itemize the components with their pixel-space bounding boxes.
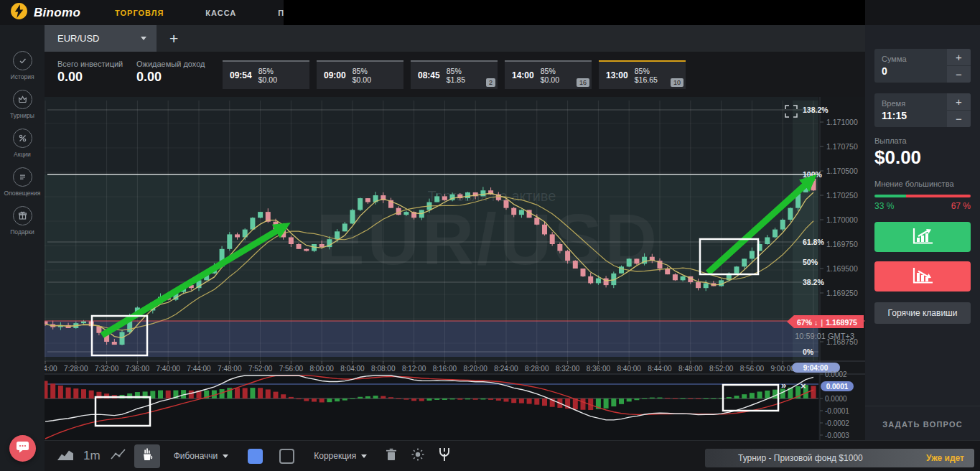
hotkeys-button[interactable]: Горячие клавиши <box>874 302 971 324</box>
svg-text:8:08:00: 8:08:00 <box>371 365 396 373</box>
time-decrease-button[interactable]: − <box>947 110 971 127</box>
time-increase-button[interactable]: + <box>947 93 971 110</box>
card-percent: 85% <box>447 67 465 75</box>
promotions-icon <box>13 129 32 148</box>
svg-text:7:32:00: 7:32:00 <box>95 365 119 373</box>
svg-text:1.169250: 1.169250 <box>826 289 858 297</box>
card-amount: $0.00 <box>541 75 559 84</box>
card-percent: 85% <box>635 67 658 75</box>
brightness-button[interactable] <box>407 445 429 467</box>
card-percent: 85% <box>258 67 277 75</box>
line-chart-type-button[interactable] <box>108 445 129 467</box>
card-amount: $16.65 <box>635 75 658 84</box>
delete-drawing-button[interactable] <box>381 445 402 467</box>
svg-text:1.169500: 1.169500 <box>826 264 858 273</box>
stats-row: Всего инвестиций 0.00 Ожидаемый доход 0.… <box>45 52 865 97</box>
ask-question-link[interactable]: ЗАДАТЬ ВОПРОС <box>882 420 963 429</box>
time-input-box: Время 11:15 + − <box>874 93 971 127</box>
left-sidebar: История Турниры Акции Оповещения Подарки <box>0 25 45 471</box>
chart-up-icon <box>912 228 933 247</box>
drawing-tools-button[interactable] <box>134 444 160 468</box>
trade-card-selected[interactable]: 13:00 85%$16.65 10 <box>599 60 686 89</box>
svg-text:-0.0002: -0.0002 <box>825 419 849 427</box>
timeframe-button[interactable]: 1m <box>81 449 103 463</box>
trade-cards: 09:54 85%$0.00 09:00 85%$0.00 08:45 85%$… <box>223 60 686 89</box>
svg-text:EUR/USD: EUR/USD <box>317 199 660 279</box>
sidebar-item-gifts[interactable]: Подарки <box>0 206 45 236</box>
add-asset-button[interactable]: + <box>169 31 178 46</box>
svg-text:8:04:00: 8:04:00 <box>340 365 365 373</box>
sidebar-item-promotions[interactable]: Акции <box>0 129 45 158</box>
asset-selector[interactable]: EUR/USD <box>45 25 157 52</box>
amount-input[interactable]: Сумма 0 <box>874 49 947 83</box>
nav-item-cashier[interactable]: КАССА <box>205 9 236 17</box>
correction-dropdown[interactable]: Коррекция <box>305 451 375 461</box>
chevron-down-icon <box>223 454 228 458</box>
support-chat-button[interactable] <box>9 435 36 462</box>
chart-toolbar: 1m Фибоначчи Коррекция Турнир - Призовой… <box>45 440 980 471</box>
svg-text:138.2%: 138.2% <box>803 106 829 114</box>
svg-text:61.8%: 61.8% <box>803 238 824 246</box>
indicator-settings-icon[interactable]: » <box>781 380 786 391</box>
area-chart-type-button[interactable] <box>55 445 76 467</box>
majority-down-value: 67 % <box>951 201 971 211</box>
svg-text:8:12:00: 8:12:00 <box>402 365 426 373</box>
svg-text:38.2%: 38.2% <box>803 278 824 286</box>
time-label: Время <box>882 99 947 108</box>
amount-label: Сумма <box>882 55 947 63</box>
put-down-button[interactable] <box>874 261 971 292</box>
tournament-banner[interactable]: Турнир - Призовой фонд $1000 Уже идет <box>705 449 974 467</box>
correction-label: Коррекция <box>314 451 356 461</box>
majority-up-bar <box>874 195 906 197</box>
chart-down-icon <box>912 267 933 286</box>
amount-value: 0 <box>882 65 947 77</box>
chevron-down-icon <box>141 37 146 40</box>
trade-card[interactable]: 08:45 85%$1.85 2 <box>411 60 498 89</box>
chart-area: EUR/USDТорговля на активе138.2%100%61.8%… <box>45 97 865 440</box>
area-chart-icon <box>57 448 74 464</box>
card-time: 08:45 <box>418 70 440 80</box>
call-up-button[interactable] <box>874 222 971 252</box>
tournament-status: Уже идет <box>926 453 964 463</box>
amount-increase-button[interactable]: + <box>947 49 971 65</box>
majority-down-bar <box>906 195 971 197</box>
svg-text:1.171000: 1.171000 <box>826 118 858 126</box>
svg-text:67% ↓|1.168975: 67% ↓|1.168975 <box>797 318 857 327</box>
svg-text:9:00:00: 9:00:00 <box>771 365 795 373</box>
svg-text:8:20:00: 8:20:00 <box>464 365 488 373</box>
price-chart-canvas[interactable]: EUR/USDТорговля на активе138.2%100%61.8%… <box>45 97 865 440</box>
amount-decrease-button[interactable]: − <box>947 65 971 83</box>
expiration-input[interactable]: Время 11:15 <box>874 93 947 127</box>
svg-text:0.0000: 0.0000 <box>825 395 847 403</box>
tournament-text: Турнир - Призовой фонд $1000 <box>738 453 863 463</box>
sidebar-item-label: Акции <box>14 151 31 158</box>
trade-card[interactable]: 09:54 85%$0.00 <box>223 60 309 89</box>
indicator-close-icon[interactable]: × <box>801 381 806 391</box>
svg-text:7:40:00: 7:40:00 <box>157 365 181 373</box>
nav-item-trading[interactable]: ТОРГОВЛЯ <box>115 9 164 17</box>
sidebar-item-tournaments[interactable]: Турниры <box>0 90 45 119</box>
svg-text:7:52:00: 7:52:00 <box>248 365 273 373</box>
card-badge: 10 <box>671 78 683 87</box>
stat-value: 0.00 <box>57 70 123 85</box>
color-swatch-filled[interactable] <box>248 449 263 464</box>
pitchfork-tool-button[interactable] <box>434 445 455 467</box>
svg-text:8:28:00: 8:28:00 <box>525 365 549 373</box>
color-swatch-outline[interactable] <box>279 449 294 464</box>
binomo-logo[interactable]: Binomo <box>10 2 80 23</box>
amount-input-box: Сумма 0 + − <box>874 49 971 83</box>
card-time: 09:00 <box>324 70 346 80</box>
stat-value: 0.00 <box>136 70 205 85</box>
svg-text:-0.0001: -0.0001 <box>825 407 849 415</box>
card-percent: 85% <box>353 67 371 75</box>
card-amount: $0.00 <box>258 75 277 84</box>
fibonacci-dropdown[interactable]: Фибоначчи <box>165 451 238 461</box>
sidebar-item-notifications[interactable]: Оповещения <box>0 167 45 197</box>
trade-card[interactable]: 09:00 85%$0.00 <box>317 60 403 89</box>
line-chart-icon <box>110 448 127 464</box>
svg-text:7:28:00: 7:28:00 <box>64 365 88 373</box>
svg-text:7:44:00: 7:44:00 <box>187 365 211 373</box>
sidebar-item-history[interactable]: История <box>0 51 45 80</box>
trade-card[interactable]: 14:00 85%$0.00 16 <box>505 60 592 89</box>
card-badge: 16 <box>577 78 589 87</box>
